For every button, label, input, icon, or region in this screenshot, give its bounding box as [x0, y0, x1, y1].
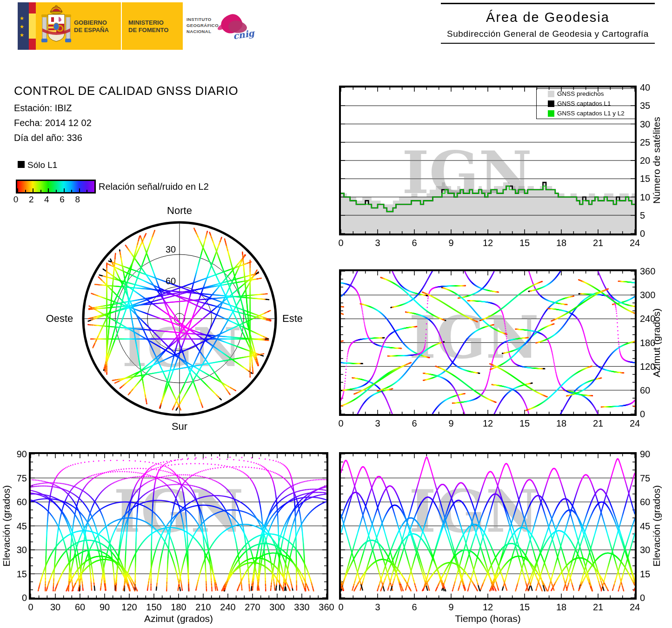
- y-tick-label: 20: [640, 155, 650, 166]
- count-y-title: Número de satélites: [651, 87, 662, 234]
- x-tick-label: 9: [448, 602, 453, 613]
- colorbar-tick: [48, 188, 49, 192]
- x-tick-label: 300: [269, 602, 285, 613]
- colorbar-tick-label: 6: [60, 194, 65, 205]
- skyplot-ring-label-60: 60: [166, 276, 176, 287]
- x-tick-label: 12: [483, 238, 493, 248]
- skyplot-east-label: Este: [282, 313, 303, 325]
- x-tick-label: 360: [319, 602, 334, 613]
- y-tick-label: 40: [640, 82, 650, 93]
- header-rule-bottom: [441, 43, 655, 44]
- y-tick-label: 0: [7, 593, 27, 603]
- x-tick-label: 0: [28, 602, 33, 613]
- x-tick-label: 24: [630, 418, 640, 429]
- y-tick-label: 300: [640, 290, 655, 301]
- count-chart-legend: GNSS predichos GNSS captados L1 GNSS cap…: [536, 88, 635, 119]
- y-tick-label: 30: [640, 119, 650, 130]
- legend-row-predicted: GNSS predichos: [537, 89, 635, 99]
- colorbar-tick-label: 0: [13, 194, 19, 205]
- x-tick-label: 12: [483, 418, 493, 429]
- legend-row-l1: GNSS captados L1: [537, 99, 635, 108]
- x-tick-label: 21: [593, 602, 603, 613]
- y-tick-label: 60: [7, 497, 27, 508]
- x-tick-label: 3: [375, 602, 380, 613]
- x-tick-label: 24: [630, 602, 640, 613]
- y-tick-label: 75: [640, 473, 650, 484]
- gobierno-text: GOBIERNO DE ESPAÑA: [74, 19, 109, 34]
- x-tick-label: 0: [338, 602, 343, 613]
- area-title: Área de Geodesia: [441, 10, 655, 25]
- skyplot-north-label: Norte: [167, 205, 192, 217]
- x-tick-label: 6: [412, 238, 417, 248]
- legend-row-l1l2: GNSS captados L1 y L2: [537, 108, 635, 118]
- x-tick-label: 21: [593, 238, 603, 248]
- y-tick-label: 15: [640, 569, 650, 580]
- x-tick-label: 120: [121, 602, 137, 613]
- x-tick-label: 9: [448, 418, 453, 429]
- colorbar-tick-label: 4: [44, 194, 49, 205]
- colorbar-tick: [79, 188, 80, 192]
- y-tick-label: 15: [640, 174, 650, 184]
- colorbar-tick-label: 8: [75, 194, 80, 205]
- snr-colorbar: [16, 180, 96, 194]
- y-tick-label: 0: [640, 409, 645, 420]
- colorbar-tick: [56, 190, 57, 192]
- x-tick-label: 15: [519, 238, 530, 248]
- x-tick-label: 12: [483, 602, 493, 613]
- spain-coat-of-arms-icon: [40, 5, 73, 48]
- y-tick-label: 75: [7, 473, 27, 484]
- y-tick-label: 35: [640, 100, 650, 111]
- black-swatch-icon: [548, 100, 554, 107]
- x-tick-label: 18: [556, 238, 566, 248]
- y-tick-label: 30: [640, 545, 650, 555]
- x-tick-label: 15: [519, 418, 530, 429]
- colorbar-tick: [33, 188, 33, 192]
- gray-swatch-icon: [548, 91, 554, 97]
- x-tick-label: 90: [100, 602, 110, 613]
- x-tick-label: 180: [171, 602, 186, 613]
- area-header: Área de Geodesia Subdirección General de…: [441, 3, 655, 44]
- spain-flag-stripe: [29, 2, 36, 50]
- eu-star-icon: ★: [20, 15, 24, 21]
- cnig-logo-icon: cnig: [216, 13, 253, 41]
- x-tick-label: 270: [245, 602, 260, 613]
- eltime-x-title: Tiempo (horas): [455, 613, 521, 624]
- area-subtitle: Subdirección General de Geodesia y Carto…: [441, 29, 655, 39]
- y-tick-label: 25: [640, 137, 650, 148]
- x-tick-label: 3: [375, 238, 380, 248]
- x-tick-label: 0: [338, 418, 343, 429]
- y-tick-label: 180: [640, 338, 655, 348]
- y-tick-label: 360: [640, 266, 655, 277]
- y-tick-label: 0: [640, 593, 645, 603]
- y-tick-label: 15: [7, 569, 27, 580]
- gnss-daily-quality-report: { "header": { "gobierno_line1": "GOBIERN…: [0, 0, 672, 628]
- x-tick-label: 9: [448, 238, 453, 248]
- report-title: CONTROL DE CALIDAD GNSS DIARIO: [14, 84, 238, 98]
- y-tick-label: 45: [7, 521, 27, 532]
- y-tick-label: 60: [640, 385, 650, 396]
- x-tick-label: 150: [146, 602, 161, 613]
- eu-star-icon: ★: [20, 32, 24, 38]
- colorbar-tick: [17, 188, 18, 192]
- x-tick-label: 6: [412, 602, 417, 613]
- station-line: Estación: IBIZ: [14, 103, 72, 114]
- y-tick-label: 120: [640, 361, 655, 372]
- x-tick-label: 60: [75, 602, 85, 613]
- x-tick-label: 240: [220, 602, 235, 613]
- y-tick-label: 90: [7, 449, 27, 460]
- x-tick-label: 18: [556, 418, 566, 429]
- skyplot-ring-label-30: 30: [166, 244, 176, 255]
- eu-star-icon: ★: [20, 24, 24, 30]
- government-logo: ★ ★ ★: [18, 2, 253, 50]
- colorbar-tick-label: 2: [29, 194, 34, 205]
- y-tick-label: 0: [640, 228, 645, 239]
- doy-line: Día del año: 336: [14, 133, 82, 143]
- skyplot-south-label: Sur: [172, 421, 187, 433]
- y-tick-label: 45: [640, 521, 650, 532]
- colorbar-tick: [40, 190, 41, 192]
- ign-panel: INSTITUTO GEOGRÁFICO NACIONAL cnig: [183, 2, 253, 50]
- colorbar-tick: [64, 188, 65, 192]
- colorbar-tick: [25, 190, 26, 192]
- y-tick-label: 5: [640, 210, 645, 221]
- ministerio-text: MINISTERIO DE FOMENTO: [128, 19, 168, 34]
